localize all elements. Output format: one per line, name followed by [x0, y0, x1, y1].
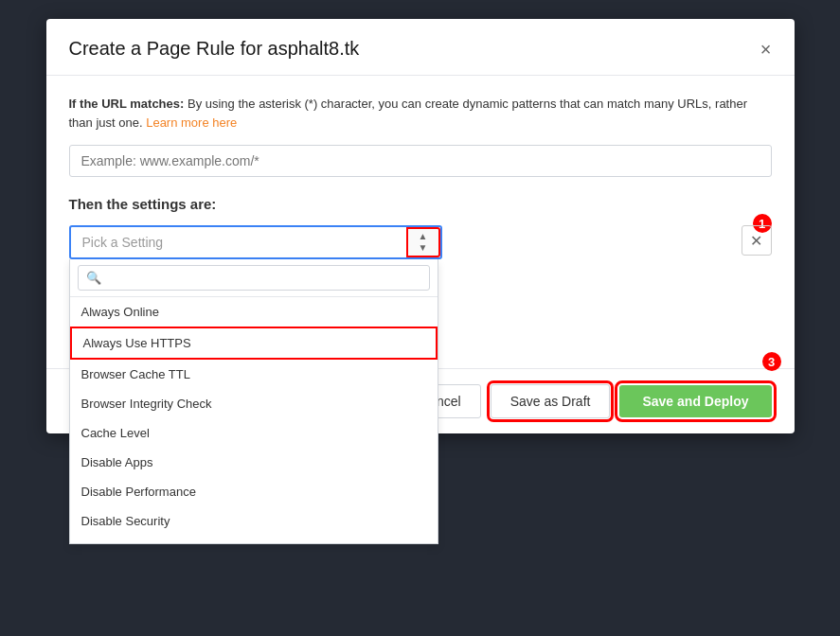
- dropdown-item-browser-integrity[interactable]: Browser Integrity Check: [70, 389, 438, 418]
- pick-setting-container: Pick a Setting ▲ ▼ A: [69, 225, 442, 259]
- learn-more-link[interactable]: Learn more here: [146, 115, 237, 130]
- dropdown-item-cache-level[interactable]: Cache Level: [70, 418, 438, 448]
- pick-setting-display[interactable]: Pick a Setting: [71, 227, 406, 257]
- dropdown-item-browser-cache[interactable]: Browser Cache TTL: [70, 360, 438, 389]
- arrow-up-icon: ▲: [419, 232, 428, 241]
- dropdown-search-input[interactable]: [78, 265, 430, 291]
- dropdown-item-always-online[interactable]: Always Online: [70, 297, 438, 327]
- url-description: If the URL matches: By using the asteris…: [69, 95, 772, 132]
- close-button[interactable]: ×: [760, 40, 772, 59]
- badge-3: 3: [762, 352, 781, 371]
- dropdown-menu: Always Online Always Use HTTPS Browser C…: [69, 259, 438, 544]
- url-input[interactable]: [69, 145, 772, 177]
- setting-row: Pick a Setting ▲ ▼ A: [69, 225, 772, 259]
- modal-dialog: Create a Page Rule for asphalt8.tk × If …: [46, 19, 795, 433]
- save-draft-button[interactable]: Save as Draft: [491, 384, 611, 418]
- settings-content: Pick a Setting ▲ ▼ A: [69, 225, 772, 330]
- settings-label: Then the settings are:: [69, 196, 772, 212]
- dropdown-item-disable-security[interactable]: Disable Security: [70, 506, 438, 536]
- remove-setting-button[interactable]: ✕: [742, 225, 772, 256]
- setting-arrows[interactable]: ▲ ▼: [406, 227, 440, 257]
- modal-overlay: Create a Page Rule for asphalt8.tk × If …: [0, 0, 840, 636]
- dropdown-search-container: [70, 259, 438, 297]
- arrow-down-icon: ▼: [419, 243, 428, 253]
- modal-body: If the URL matches: By using the asteris…: [46, 76, 795, 349]
- dropdown-item-disable-apps[interactable]: Disable Apps: [70, 448, 438, 477]
- modal-title: Create a Page Rule for asphalt8.tk: [69, 38, 360, 60]
- dropdown-item-always-https[interactable]: Always Use HTTPS: [70, 327, 438, 360]
- save-deploy-button[interactable]: Save and Deploy: [619, 385, 771, 417]
- modal-header: Create a Page Rule for asphalt8.tk ×: [46, 19, 795, 76]
- dropdown-item-disable-performance[interactable]: Disable Performance: [70, 477, 438, 506]
- url-desc-bold: If the URL matches:: [69, 97, 185, 111]
- dropdown-item-edge-cache[interactable]: Edge Cache TTL: [70, 536, 438, 543]
- dropdown-list: Always Online Always Use HTTPS Browser C…: [70, 297, 438, 543]
